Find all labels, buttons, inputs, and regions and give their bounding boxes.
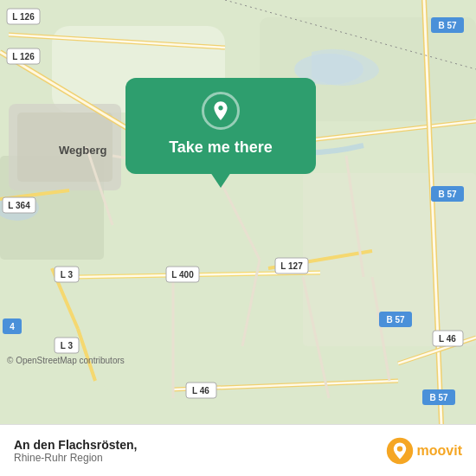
- svg-text:B 57: B 57: [386, 315, 405, 325]
- svg-text:B 57: B 57: [429, 393, 448, 402]
- moovit-logo: moovit: [386, 437, 462, 465]
- svg-text:L 127: L 127: [280, 261, 303, 271]
- svg-text:B 57: B 57: [438, 21, 457, 30]
- take-me-there-button[interactable]: Take me there: [169, 138, 273, 157]
- svg-text:L 3: L 3: [61, 270, 74, 280]
- svg-text:4: 4: [10, 322, 15, 331]
- location-region: Rhine-Ruhr Region: [14, 452, 137, 464]
- svg-point-41: [396, 446, 402, 451]
- svg-text:L 3: L 3: [61, 341, 74, 351]
- svg-text:B 57: B 57: [438, 190, 457, 199]
- location-pin-icon: [209, 100, 232, 122]
- moovit-icon: [386, 437, 414, 465]
- svg-text:L 364: L 364: [8, 201, 30, 210]
- location-info: An den Flachsrösten, Rhine-Ruhr Region: [14, 438, 137, 464]
- bottom-bar: An den Flachsrösten, Rhine-Ruhr Region m…: [0, 424, 476, 476]
- map-container: L 126 L 126 B 57 B 57 B 57 B 57 L 364 L …: [0, 0, 476, 424]
- svg-text:L 46: L 46: [192, 386, 209, 396]
- location-name: An den Flachsrösten,: [14, 438, 137, 452]
- svg-text:L 46: L 46: [439, 334, 456, 344]
- location-pin-circle: [202, 92, 240, 130]
- svg-text:Wegberg: Wegberg: [59, 144, 106, 157]
- moovit-text: moovit: [417, 443, 462, 459]
- svg-text:L 126: L 126: [12, 52, 35, 61]
- svg-text:L 126: L 126: [12, 12, 35, 22]
- map-popup: Take me there: [125, 78, 316, 174]
- svg-text:L 400: L 400: [171, 270, 194, 280]
- copyright-text: © OpenStreetMap contributors: [7, 356, 125, 365]
